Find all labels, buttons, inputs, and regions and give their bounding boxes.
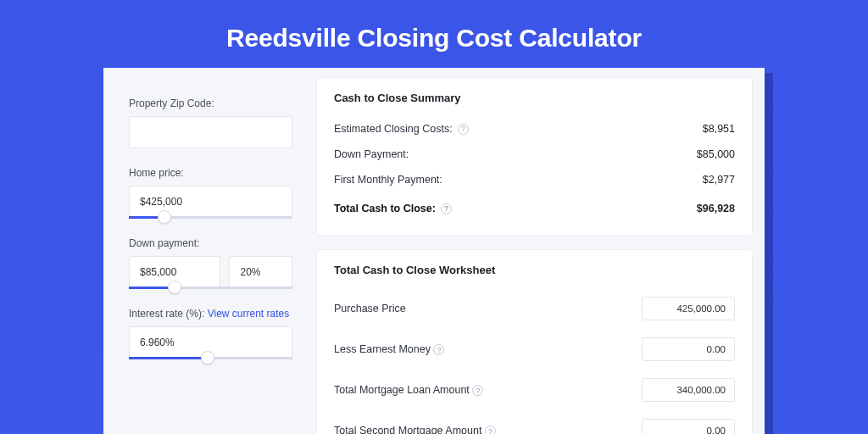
interest-slider-thumb[interactable] — [201, 351, 214, 364]
home-price-slider[interactable] — [129, 216, 292, 219]
summary-row: Down Payment: $85,000 — [334, 142, 735, 167]
worksheet-row-label: Total Second Mortgage Amount — [334, 425, 481, 434]
earnest-money-input[interactable] — [642, 337, 735, 361]
worksheet-row: Purchase Price — [334, 288, 735, 329]
summary-row-value: $85,000 — [697, 148, 735, 160]
summary-total-value: $96,928 — [697, 203, 735, 214]
summary-total-label: Total Cash to Close: — [334, 203, 436, 214]
help-icon[interactable]: ? — [485, 426, 496, 434]
help-icon[interactable]: ? — [458, 124, 469, 135]
summary-row: Estimated Closing Costs: ? $8,951 — [334, 116, 735, 142]
down-payment-slider[interactable] — [129, 287, 292, 289]
summary-row-label: First Monthly Payment: — [334, 174, 442, 186]
worksheet-heading: Total Cash to Close Worksheet — [334, 264, 735, 276]
summary-card: Cash to Close Summary Estimated Closing … — [316, 77, 753, 236]
mortgage-amount-input[interactable] — [642, 378, 735, 402]
help-icon[interactable]: ? — [472, 385, 483, 396]
summary-row-value: $8,951 — [703, 123, 735, 135]
zip-field-block: Property Zip Code: — [129, 97, 292, 148]
home-price-label: Home price: — [129, 167, 292, 179]
view-rates-link[interactable]: View current rates — [208, 308, 290, 320]
home-price-field-block: Home price: — [129, 167, 292, 219]
interest-slider-fill — [129, 357, 208, 359]
zip-input[interactable] — [129, 116, 292, 148]
summary-row-value: $2,977 — [703, 174, 735, 186]
worksheet-row: Less Earnest Money ? — [334, 329, 735, 370]
interest-slider[interactable] — [129, 357, 292, 359]
home-price-input[interactable] — [129, 186, 292, 218]
summary-row-label: Down Payment: — [334, 148, 409, 160]
summary-heading: Cash to Close Summary — [334, 92, 735, 104]
second-mortgage-input[interactable] — [642, 419, 735, 434]
worksheet-card: Total Cash to Close Worksheet Purchase P… — [316, 249, 753, 434]
inputs-sidebar: Property Zip Code: Home price: Down paym… — [103, 69, 311, 434]
worksheet-row: Total Mortgage Loan Amount ? — [334, 370, 735, 410]
summary-total-row: Total Cash to Close: ? $96,928 — [334, 192, 735, 221]
zip-label: Property Zip Code: — [129, 97, 292, 109]
down-payment-label: Down payment: — [129, 237, 292, 249]
worksheet-row-label: Less Earnest Money — [334, 343, 431, 355]
help-icon[interactable]: ? — [441, 203, 452, 214]
results-main: Cash to Close Summary Estimated Closing … — [311, 69, 765, 434]
purchase-price-input[interactable] — [642, 297, 735, 320]
worksheet-row-label: Purchase Price — [334, 303, 406, 314]
help-icon[interactable]: ? — [433, 344, 444, 355]
summary-row: First Monthly Payment: $2,977 — [334, 167, 735, 192]
down-payment-field-block: Down payment: — [129, 237, 292, 289]
home-price-slider-thumb[interactable] — [158, 210, 171, 224]
summary-row-label: Estimated Closing Costs: — [334, 123, 453, 135]
down-payment-pct-input[interactable] — [229, 256, 292, 288]
page-title: Reedsville Closing Cost Calculator — [0, 0, 868, 68]
interest-label: Interest rate (%): View current rates — [129, 308, 292, 320]
interest-label-prefix: Interest rate (%): — [129, 308, 208, 320]
down-payment-slider-thumb[interactable] — [168, 281, 181, 294]
calculator-panel: Property Zip Code: Home price: Down paym… — [103, 68, 765, 434]
worksheet-row-label: Total Mortgage Loan Amount — [334, 384, 470, 396]
worksheet-row: Total Second Mortgage Amount ? — [334, 410, 735, 434]
interest-field-block: Interest rate (%): View current rates — [129, 308, 292, 359]
